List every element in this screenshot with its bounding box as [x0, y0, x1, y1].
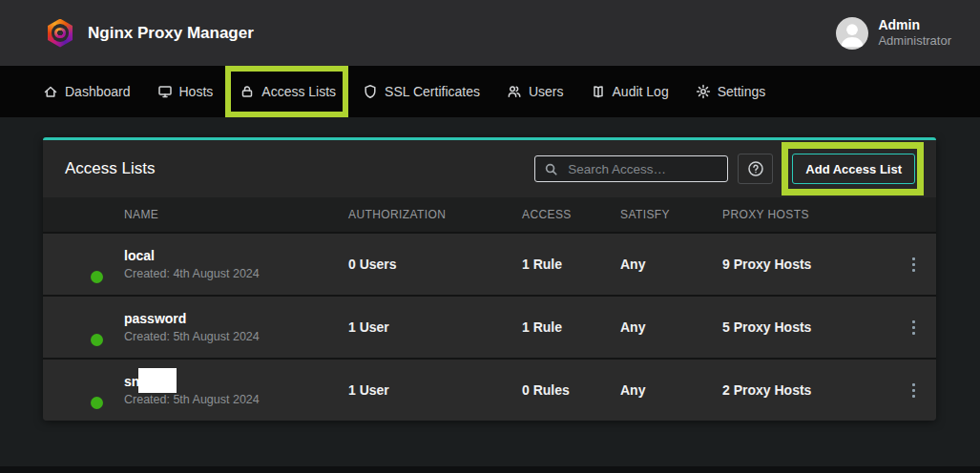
col-header-authorization: AUTHORIZATION: [348, 208, 522, 221]
table-row[interactable]: local Created: 4th August 2024 0 Users 1…: [43, 232, 936, 295]
satisfy-cell: Any: [620, 319, 722, 335]
user-name: Admin: [878, 17, 951, 33]
nav-item-ssl-certificates[interactable]: SSL Certificates: [363, 84, 480, 99]
app-title: Nginx Proxy Manager: [88, 24, 254, 43]
proxy-hosts-cell: 2 Proxy Hosts: [722, 382, 890, 398]
search-icon: [544, 162, 558, 176]
nav-label: Settings: [718, 84, 766, 99]
nav-label: Hosts: [179, 84, 214, 99]
access-cell: 1 Rule: [522, 319, 620, 335]
users-icon: [507, 84, 522, 99]
satisfy-cell: Any: [620, 382, 722, 398]
table-row[interactable]: password Created: 5th August 2024 1 User…: [43, 295, 936, 358]
nav-item-audit-log[interactable]: Audit Log: [591, 84, 669, 99]
row-avatar-cell: [67, 310, 102, 345]
user-avatar: [836, 17, 868, 50]
authorization-cell: 1 User: [348, 319, 522, 335]
row-name-cell: sn Created: 5th August 2024: [124, 374, 348, 406]
nav-label: SSL Certificates: [385, 84, 480, 99]
access-list-name: sn: [124, 374, 139, 389]
user-menu[interactable]: Admin Administrator: [836, 17, 951, 50]
row-avatar-cell: [67, 373, 102, 408]
authorization-cell: 0 Users: [348, 257, 522, 272]
monitor-icon: [157, 84, 173, 99]
proxy-hosts-cell: 5 Proxy Hosts: [722, 319, 890, 335]
created-date: Created: 5th August 2024: [124, 394, 348, 406]
table-header-row: NAME AUTHORIZATION ACCESS SATISFY PROXY …: [43, 197, 936, 232]
created-date: Created: 5th August 2024: [124, 331, 348, 343]
col-header-access: ACCESS: [522, 208, 620, 221]
col-header-satisfy: SATISFY: [620, 208, 722, 221]
col-header-proxy-hosts: PROXY HOSTS: [722, 208, 890, 221]
user-role: Administrator: [878, 33, 951, 49]
row-actions-kebab-icon[interactable]: [908, 317, 919, 339]
home-icon: [43, 84, 58, 99]
created-date: Created: 4th August 2024: [124, 268, 348, 280]
book-icon: [591, 84, 606, 99]
nav-label: Access Lists: [261, 84, 336, 99]
add-access-list-button[interactable]: Add Access List: [792, 154, 915, 184]
nav-item-hosts[interactable]: Hosts: [157, 84, 214, 99]
shield-icon: [363, 84, 378, 99]
lock-icon: [240, 84, 255, 99]
redaction-box: [138, 368, 177, 393]
row-actions-kebab-icon[interactable]: [908, 254, 919, 276]
status-dot: [91, 397, 103, 409]
nginx-proxy-manager-logo-icon: [46, 19, 74, 48]
page-content: Access Lists Add Access List NAME AUTHOR…: [0, 117, 980, 473]
nav-label: Users: [529, 84, 564, 99]
proxy-hosts-cell: 9 Proxy Hosts: [722, 257, 890, 272]
row-name-cell: password Created: 5th August 2024: [124, 311, 348, 343]
nav-label: Dashboard: [65, 84, 131, 99]
search-box[interactable]: [534, 155, 728, 182]
access-cell: 1 Rule: [522, 257, 620, 272]
access-list-name: local: [124, 248, 155, 263]
table-row[interactable]: sn Created: 5th August 2024 1 User 0 Rul…: [43, 358, 936, 421]
card-header: Access Lists Add Access List: [43, 140, 936, 197]
main-nav: Dashboard Hosts Access Lists SSL Certifi…: [0, 66, 980, 117]
nav-item-access-lists[interactable]: Access Lists: [240, 84, 336, 99]
satisfy-cell: Any: [620, 257, 722, 272]
add-access-list-wrap: Add Access List: [792, 154, 915, 184]
authorization-cell: 1 User: [348, 382, 522, 398]
help-button[interactable]: [738, 154, 773, 184]
status-dot: [91, 271, 103, 283]
nav-item-users[interactable]: Users: [507, 84, 564, 99]
help-circle-icon: [747, 160, 764, 177]
status-dot: [91, 334, 103, 346]
row-actions-kebab-icon[interactable]: [908, 380, 919, 401]
card-title: Access Lists: [65, 159, 155, 178]
bottom-edge-strip: [0, 466, 980, 473]
access-list-name: password: [124, 311, 186, 326]
search-input[interactable]: [566, 161, 719, 177]
row-avatar-cell: [67, 247, 102, 282]
col-header-name: NAME: [124, 208, 348, 221]
nav-item-settings[interactable]: Settings: [696, 84, 766, 99]
nav-item-dashboard[interactable]: Dashboard: [43, 84, 131, 99]
top-header: Nginx Proxy Manager Admin Administrator: [0, 0, 980, 66]
gear-icon: [696, 84, 711, 99]
access-cell: 0 Rules: [522, 382, 620, 398]
nav-label: Audit Log: [613, 84, 669, 99]
row-name-cell: local Created: 4th August 2024: [124, 248, 348, 280]
access-lists-card: Access Lists Add Access List NAME AUTHOR…: [43, 137, 936, 421]
